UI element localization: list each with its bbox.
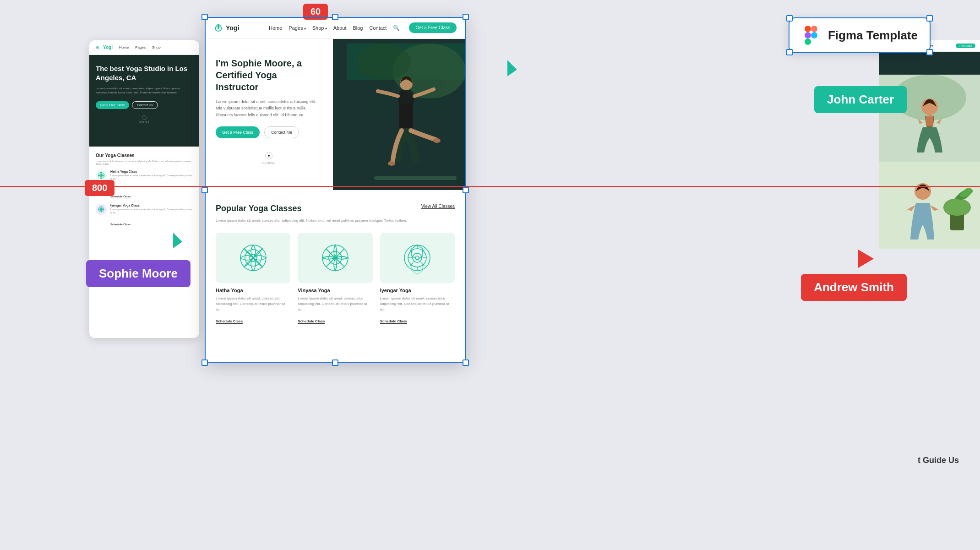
left-get-free-class-button[interactable]: Get a Free Class (96, 101, 129, 109)
vinyasa-yoga-card: Vinyasa Yoga Lorem ipsum dolor sit amet,… (298, 233, 372, 324)
left-classes-body: Lorem ipsum dolor sit amet, consectetur … (96, 160, 193, 165)
svg-point-11 (433, 138, 441, 143)
cursor-red-arrow-right (858, 250, 874, 268)
john-carter-badge: John Carter (814, 86, 907, 113)
left-class1-desc: Lorem ipsum dolor sit amet, consectetur … (110, 174, 193, 180)
right-image-2 (879, 162, 980, 249)
selection-handle-bl[interactable] (201, 359, 208, 366)
classes-desc: Lorem ipsum dolor sit amet, consectetur … (216, 218, 455, 223)
hatha-schedule-link[interactable]: Schedule Class (216, 319, 243, 324)
iyengar-yoga-card: Iyengar Yoga Lorem ipsum dolor sit amet,… (380, 233, 455, 324)
scroll-label: SCROLL (262, 161, 275, 164)
selection-handle-bm[interactable] (332, 359, 338, 366)
svg-point-47 (811, 32, 817, 38)
figma-badge-handle-tl[interactable] (786, 15, 793, 22)
get-free-class-button[interactable]: Get a Free Class (409, 22, 457, 33)
left-nav-pages: Pages (135, 45, 146, 49)
figma-badge-handle-br[interactable] (926, 49, 933, 55)
vinyasa-desc: Lorem ipsum dolor sit amet, consectetur … (298, 296, 372, 312)
iyengar-name: Iyengar Yoga (380, 288, 455, 293)
selection-handle-ml[interactable] (201, 187, 208, 193)
vinyasa-schedule-link[interactable]: Schedule Class (298, 319, 325, 324)
left-hero-heading: The best Yoga Studio in Los Angeles, CA (96, 64, 193, 82)
badge-800: 800 (85, 180, 114, 196)
selection-handle-tr[interactable] (463, 14, 469, 20)
main-hero: I'm Sophie Moore, a Certified Yoga Instr… (205, 39, 466, 190)
figma-icon (801, 26, 821, 45)
nav-home[interactable]: Home (269, 25, 282, 31)
red-guideline (0, 186, 980, 187)
hero-contact-me-button[interactable]: Contact Me (264, 126, 299, 138)
cursor-red-arrow-left (173, 233, 186, 248)
svg-point-7 (356, 44, 411, 80)
left-class1-schedule[interactable]: Schedule Class (110, 195, 131, 198)
right-free-class-button[interactable]: Free Class (956, 44, 975, 48)
nav-contact[interactable]: Contact (369, 25, 387, 31)
svg-rect-44 (811, 26, 817, 32)
svg-rect-45 (805, 32, 811, 38)
svg-rect-37 (926, 117, 933, 126)
selection-handle-tm[interactable] (332, 14, 338, 20)
nav-blog[interactable]: Blog (353, 25, 363, 31)
nav-shop[interactable]: Shop (312, 25, 327, 31)
left-contact-us-button[interactable]: Contact Us (132, 101, 158, 109)
hero-heading: I'm Sophie Moore, a Certified Yoga Instr… (216, 57, 322, 93)
main-nav-links: Home Pages Shop About Blog Contact 🔍 (269, 25, 400, 31)
guide-text: t Guide Us (918, 456, 959, 465)
nav-about[interactable]: About (333, 25, 347, 31)
selection-handle-tl[interactable] (201, 14, 208, 20)
hatha-name: Hatha Yoga (216, 288, 290, 293)
scroll-indicator (265, 152, 272, 159)
andrew-smith-badge: Andrew Smith (801, 274, 907, 301)
main-logo: Yogi (214, 23, 239, 33)
selection-handle-br[interactable] (463, 359, 469, 366)
left-logo: Yogi (103, 45, 113, 50)
hero-body: Lorem ipsum dolor sit amet, consectetur … (216, 98, 322, 118)
svg-marker-50 (173, 233, 182, 248)
svg-point-10 (388, 161, 395, 166)
vinyasa-name: Vinyasa Yoga (298, 288, 372, 293)
nav-pages[interactable]: Pages (289, 25, 305, 31)
svg-marker-49 (507, 60, 517, 76)
left-scroll-label: SCROLL (139, 121, 150, 124)
view-all-classes-link[interactable]: View All Classes (421, 204, 455, 209)
left-class2-desc: Lorem ipsum dolor sit amet, consectetur … (110, 208, 193, 214)
left-class1-name: Hatha Yoga Class (110, 170, 193, 173)
svg-rect-12 (374, 176, 457, 180)
figma-template-title: Figma Template (828, 28, 918, 43)
iyengar-schedule-link[interactable]: Schedule Class (380, 319, 407, 324)
hero-get-free-class-button[interactable]: Get a Free Class (216, 126, 260, 138)
search-icon[interactable]: 🔍 (393, 25, 400, 31)
sophie-moore-badge: Sophie Moore (86, 260, 191, 287)
iyengar-desc: Lorem ipsum dolor sit amet, consectetur … (380, 296, 455, 312)
cursor-green-arrow (507, 60, 520, 76)
left-nav-shop: Shop (152, 45, 161, 49)
figma-badge-handle-bl[interactable] (786, 49, 793, 55)
left-classes-heading: Our Yoga Classes (96, 153, 193, 158)
svg-marker-51 (858, 250, 874, 268)
svg-rect-43 (805, 26, 811, 32)
main-mockup: Yogi Home Pages Shop About Blog Contact … (205, 17, 466, 363)
selection-handle-mr[interactable] (463, 187, 469, 193)
figma-badge-handle-tr[interactable] (926, 15, 933, 22)
hatha-yoga-card: Hatha Yoga Lorem ipsum dolor sit amet, c… (216, 233, 290, 324)
left-class2-schedule[interactable]: Schedule Class (110, 223, 131, 226)
left-nav-home: Home (119, 45, 129, 49)
hero-image-area (333, 39, 466, 190)
left-hero-body: Lorem ipsum dolor sit amet, consectetur … (96, 87, 193, 95)
classes-heading: Popular Yoga Classes (216, 204, 301, 213)
figma-template-badge: Figma Template (789, 17, 931, 53)
left-class2-name: Iyengar Yoga Class (110, 204, 193, 207)
hatha-desc: Lorem ipsum dolor sit amet, consectetur … (216, 296, 290, 312)
svg-rect-46 (805, 38, 811, 45)
popular-classes-section: Popular Yoga Classes View All Classes Lo… (205, 190, 466, 338)
badge-60: 60 (303, 4, 328, 20)
main-nav: Yogi Home Pages Shop About Blog Contact … (205, 17, 466, 39)
svg-point-41 (944, 199, 970, 216)
